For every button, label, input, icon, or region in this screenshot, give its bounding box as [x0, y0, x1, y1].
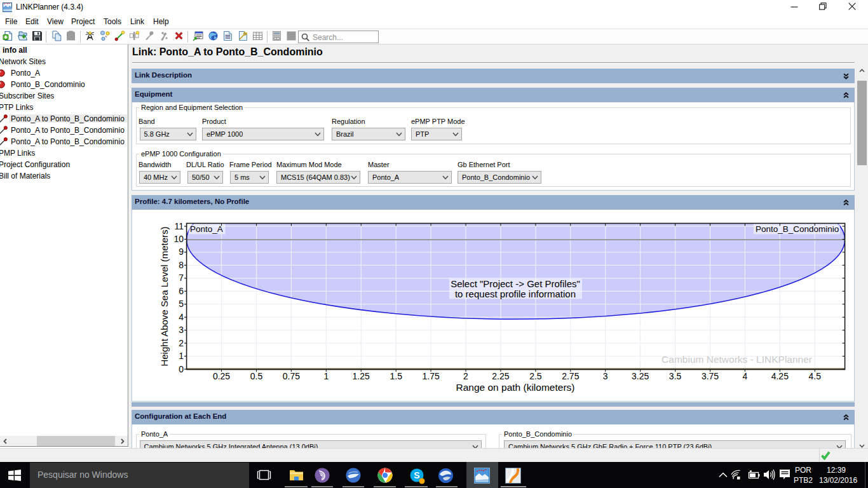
- svg-text:1: 1: [323, 371, 329, 381]
- svg-text:0.5: 0.5: [250, 371, 263, 381]
- svg-text:1.75: 1.75: [422, 371, 439, 381]
- svg-text:2.25: 2.25: [492, 371, 509, 381]
- svg-text:3.5: 3.5: [669, 371, 682, 381]
- svg-text:Ponto_B_Condominio: Ponto_B_Condominio: [756, 224, 839, 234]
- svg-text:2: 2: [463, 371, 468, 381]
- svg-text:1.5: 1.5: [390, 371, 402, 381]
- svg-text:Height Above Sea Level (meters: Height Above Sea Level (meters): [159, 226, 170, 366]
- svg-text:1.25: 1.25: [353, 371, 370, 381]
- svg-text:11: 11: [174, 221, 184, 231]
- svg-text:3.75: 3.75: [702, 371, 719, 381]
- svg-text:4.25: 4.25: [771, 371, 789, 381]
- svg-text:3.25: 3.25: [632, 371, 649, 381]
- svg-text:0.75: 0.75: [283, 371, 300, 381]
- svg-text:3: 3: [603, 371, 608, 381]
- svg-text:6: 6: [179, 286, 184, 296]
- svg-text:5: 5: [179, 299, 184, 309]
- svg-text:8: 8: [179, 260, 184, 270]
- svg-text:7: 7: [179, 273, 184, 283]
- svg-text:0: 0: [179, 364, 184, 374]
- svg-text:4: 4: [743, 371, 748, 381]
- svg-text:0.25: 0.25: [213, 371, 230, 381]
- svg-text:2.5: 2.5: [529, 371, 542, 381]
- svg-text:10: 10: [173, 234, 184, 244]
- svg-text:Select "Project -> Get Profile: Select "Project -> Get Profiles": [451, 278, 580, 289]
- svg-text:4.5: 4.5: [809, 371, 822, 381]
- svg-text:4: 4: [179, 312, 184, 322]
- svg-text:Range on path (kilometers): Range on path (kilometers): [456, 382, 575, 393]
- svg-text:S: S: [414, 470, 419, 480]
- svg-text:1: 1: [179, 351, 184, 361]
- svg-text:to request profile information: to request profile information: [455, 288, 576, 299]
- svg-text:3: 3: [179, 325, 184, 335]
- svg-text:9: 9: [179, 247, 184, 257]
- svg-text:2: 2: [179, 338, 184, 348]
- svg-text:Cambium Networks - LINKPlanner: Cambium Networks - LINKPlanner: [661, 354, 812, 365]
- svg-text:2.75: 2.75: [562, 371, 579, 381]
- svg-text:Ponto_A: Ponto_A: [190, 224, 223, 234]
